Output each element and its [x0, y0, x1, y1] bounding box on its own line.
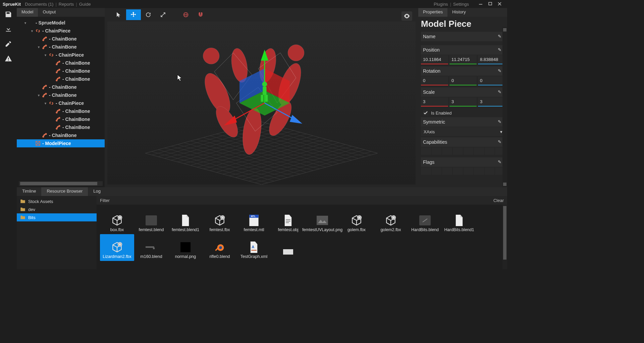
import-icon[interactable] [3, 24, 14, 34]
tree-node[interactable]: ▾ - ChainBone [17, 91, 105, 99]
filter-clear[interactable]: Clear [493, 198, 504, 203]
tree-node[interactable]: - ChainBone [17, 75, 105, 83]
asset-item[interactable]: rifle0.blend [203, 234, 237, 261]
chevron-down-icon: ▾ [500, 129, 502, 134]
folder-item[interactable]: dev [17, 205, 97, 213]
tree-node[interactable]: ▾ - ChainPiece [17, 27, 105, 35]
tree-node[interactable]: - ChainBone [17, 83, 105, 91]
svg-rect-111 [286, 219, 290, 220]
tree-node[interactable]: - ChainBone [17, 123, 105, 131]
tab-model[interactable]: Model [17, 8, 38, 17]
window-close[interactable] [495, 1, 504, 7]
tree-node[interactable]: - ChainBone [17, 131, 105, 139]
tab-history[interactable]: History [447, 8, 470, 17]
asset-item[interactable]: ATestGraph.xml [237, 234, 271, 261]
properties-scrollbar[interactable] [502, 27, 507, 187]
asset-item[interactable]: golem2.fbx [374, 207, 408, 234]
tool-scale[interactable] [156, 9, 170, 20]
asset-item[interactable]: femtest.obj [271, 207, 305, 234]
tree-node[interactable]: ▾ - SprueModel [17, 19, 105, 27]
asset-item[interactable]: golem.fbx [339, 207, 374, 234]
asset-item[interactable]: normal.png [168, 234, 203, 261]
tree-node[interactable]: - ChainBone [17, 115, 105, 123]
rotation-x[interactable] [421, 76, 448, 85]
menu-settings[interactable]: Settings [453, 2, 469, 7]
position-y[interactable] [449, 55, 477, 64]
position-x[interactable] [421, 55, 448, 64]
scene-tree[interactable]: ▾ - SprueModel▾ - ChainPiece - ChainBone… [17, 17, 105, 181]
window-maximize[interactable] [486, 1, 495, 7]
tree-node[interactable]: - ChainBone [17, 59, 105, 67]
asset-item[interactable] [271, 234, 305, 261]
tree-node[interactable]: - ChainBone [17, 35, 105, 43]
tree-node[interactable]: - ModelPiece [17, 139, 105, 147]
view-options[interactable] [401, 11, 412, 21]
position-z[interactable] [478, 55, 505, 64]
tool-select[interactable] [111, 9, 126, 20]
svg-point-78 [203, 48, 219, 64]
tree-hscroll[interactable] [19, 181, 103, 186]
tree-node[interactable]: - ChainBone [17, 107, 105, 115]
tree-node[interactable]: - ChainBone [17, 67, 105, 75]
asset-item[interactable]: femtestUVLayout.png [305, 207, 339, 234]
asset-item[interactable]: femtest.blend [134, 207, 168, 234]
asset-item[interactable]: HardBits.blend1 [442, 207, 476, 234]
scale-y[interactable] [449, 97, 477, 107]
menu-documents[interactable]: Documents (1) [25, 2, 53, 7]
tab-log[interactable]: Log [88, 187, 106, 196]
rotation-label: Rotation [423, 68, 498, 74]
window-minimize[interactable] [476, 1, 486, 7]
warning-icon[interactable] [3, 54, 14, 64]
capabilities-grid[interactable] [421, 147, 505, 155]
save-icon[interactable] [3, 9, 14, 19]
rotation-z[interactable] [478, 76, 505, 85]
asset-item[interactable]: HardBits.blend [408, 207, 442, 234]
scale-x[interactable] [421, 97, 448, 107]
asset-grid[interactable]: box.fbxfemtest.blendfemtest.blend1femtes… [97, 205, 502, 269]
asset-item[interactable]: Lizardman2.fbx [100, 234, 134, 261]
rotation-y[interactable] [449, 76, 477, 85]
flags-label: Flags [423, 159, 498, 165]
asset-item[interactable]: MTLfemtest.mtl [237, 207, 271, 234]
tab-resource-browser[interactable]: Resource Browser [41, 187, 88, 196]
filter-label: Filter [100, 198, 110, 203]
svg-rect-101 [265, 95, 268, 102]
asset-item[interactable]: box.fbx [100, 207, 134, 234]
tool-rotate[interactable] [141, 9, 156, 20]
menu-reports[interactable]: Reports [59, 2, 74, 7]
symmetric-select[interactable]: XAxis▾ [421, 127, 505, 136]
asset-scrollbar[interactable] [502, 205, 507, 269]
tools-icon[interactable] [3, 39, 14, 49]
tool-snap[interactable] [193, 9, 208, 20]
tool-world[interactable] [178, 9, 193, 20]
folder-item[interactable]: Stock Assets [17, 197, 97, 205]
svg-point-98 [262, 82, 267, 87]
tree-node[interactable]: ▾ - ChainBone [17, 43, 105, 51]
svg-rect-123 [153, 248, 155, 249]
tab-output[interactable]: Output [38, 8, 60, 17]
folder-list[interactable]: Stock AssetsdevBits [17, 196, 97, 269]
tool-move[interactable] [126, 9, 141, 20]
svg-point-104 [119, 217, 121, 219]
svg-rect-100 [261, 95, 263, 102]
svg-point-107 [222, 217, 224, 219]
scale-label: Scale [423, 89, 498, 95]
tab-timeline[interactable]: Timline [17, 187, 41, 196]
scale-z[interactable] [478, 97, 505, 107]
tab-properties[interactable]: Properties [418, 8, 447, 17]
asset-item[interactable]: femtest.blend1 [168, 207, 203, 234]
asset-item[interactable]: femtest.fbx [203, 207, 237, 234]
tree-node[interactable]: ▾ - ChainPiece [17, 51, 105, 59]
viewport-3d[interactable] [107, 21, 416, 185]
enabled-checkbox[interactable]: Is Enabled [421, 109, 505, 117]
flags-grid[interactable] [421, 167, 505, 175]
folder-item[interactable]: Bits [17, 213, 97, 221]
left-rail [0, 8, 17, 269]
tree-node[interactable]: ▾ - ChainPiece [17, 99, 105, 107]
svg-point-126 [219, 246, 222, 249]
properties-panel: Properties History Model Piece Name✎ Pos… [418, 8, 507, 187]
menu-plugins[interactable]: Plugins [434, 2, 448, 7]
menu-guide[interactable]: Guide [79, 2, 91, 7]
svg-rect-124 [180, 242, 191, 252]
asset-item[interactable]: m160.blend [134, 234, 168, 261]
